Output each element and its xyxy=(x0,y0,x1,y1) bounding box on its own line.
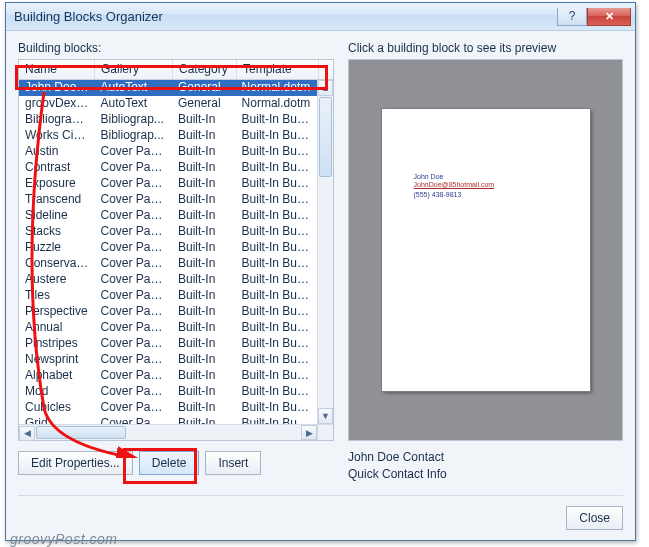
table-row[interactable]: ModCover PagesBuilt-InBuilt-In Buil... xyxy=(19,384,317,400)
cell-gallery: Cover Pages xyxy=(94,160,171,176)
preview-contact-name: John Doe xyxy=(414,173,444,180)
table-row[interactable]: ContrastCover PagesBuilt-InBuilt-In Buil… xyxy=(19,160,317,176)
cell-category: Built-In xyxy=(172,192,236,208)
cell-category: Built-In xyxy=(172,304,236,320)
col-name[interactable]: Name xyxy=(19,60,95,79)
cell-gallery: Cover Pages xyxy=(94,336,171,352)
table-row[interactable]: John Doe C...AutoTextGeneralNormal.dotm xyxy=(19,80,317,96)
cell-category: Built-In xyxy=(172,384,236,400)
scroll-corner xyxy=(317,424,333,440)
table-row[interactable]: AustinCover PagesBuilt-InBuilt-In Buil..… xyxy=(19,144,317,160)
delete-button[interactable]: Delete xyxy=(139,451,200,475)
cell-template: Built-In Buil... xyxy=(236,304,317,320)
cell-name: Stacks xyxy=(19,224,94,240)
scroll-left-icon[interactable]: ◀ xyxy=(19,426,35,441)
edit-properties-button[interactable]: Edit Properties... xyxy=(18,451,133,475)
cell-template: Built-In Buil... xyxy=(236,272,317,288)
scroll-up-icon[interactable]: ▲ xyxy=(318,80,333,96)
cell-template: Built-In Buil... xyxy=(236,144,317,160)
table-row[interactable]: PuzzleCover PagesBuilt-InBuilt-In Buil..… xyxy=(19,240,317,256)
table-row[interactable]: PinstripesCover PagesBuilt-InBuilt-In Bu… xyxy=(19,336,317,352)
cell-name: Austere xyxy=(19,272,94,288)
table-row[interactable]: groovDexterAutoTextGeneralNormal.dotm xyxy=(19,96,317,112)
preview-meta: John Doe Contact Quick Contact Info xyxy=(348,449,623,483)
titlebar[interactable]: Building Blocks Organizer xyxy=(6,3,635,31)
cell-name: Cubicles xyxy=(19,400,94,416)
cell-name: Mod xyxy=(19,384,94,400)
col-category[interactable]: Category xyxy=(173,60,237,79)
action-button-row: Edit Properties... Delete Insert xyxy=(18,451,334,475)
cell-template: Built-In Buil... xyxy=(236,352,317,368)
cell-gallery: Cover Pages xyxy=(94,320,171,336)
preview-meta-title: John Doe Contact xyxy=(348,449,623,466)
cell-category: Built-In xyxy=(172,368,236,384)
cell-gallery: Cover Pages xyxy=(94,368,171,384)
table-row[interactable]: AustereCover PagesBuilt-InBuilt-In Buil.… xyxy=(19,272,317,288)
cell-template: Built-In Buil... xyxy=(236,208,317,224)
dialog-window: Building Blocks Organizer Building block… xyxy=(5,2,636,541)
cell-gallery: Bibliograp... xyxy=(94,112,171,128)
cell-name: Tiles xyxy=(19,288,94,304)
cell-gallery: Cover Pages xyxy=(94,224,171,240)
table-row[interactable]: PerspectiveCover PagesBuilt-InBuilt-In B… xyxy=(19,304,317,320)
cell-template: Built-In Buil... xyxy=(236,416,317,424)
vertical-scrollbar[interactable]: ▲ ▼ xyxy=(317,80,333,424)
preview-meta-desc: Quick Contact Info xyxy=(348,466,623,483)
cell-template: Built-In Buil... xyxy=(236,384,317,400)
insert-button[interactable]: Insert xyxy=(205,451,261,475)
col-gallery[interactable]: Gallery xyxy=(95,60,173,79)
hscroll-thumb[interactable] xyxy=(36,426,126,439)
table-body[interactable]: John Doe C...AutoTextGeneralNormal.dotmg… xyxy=(19,80,317,424)
vscroll-thumb[interactable] xyxy=(319,97,332,177)
table-header[interactable]: Name Gallery Category Template xyxy=(19,60,333,80)
cell-name: Works Cited xyxy=(19,128,94,144)
table-row[interactable]: TranscendCover PagesBuilt-InBuilt-In Bui… xyxy=(19,192,317,208)
cell-category: Built-In xyxy=(172,128,236,144)
cell-category: Built-In xyxy=(172,224,236,240)
close-window-button[interactable] xyxy=(587,8,631,26)
cell-name: groovDexter xyxy=(19,96,94,112)
horizontal-scrollbar[interactable]: ◀ ▶ xyxy=(19,424,317,440)
table-row[interactable]: SidelineCover PagesBuilt-InBuilt-In Buil… xyxy=(19,208,317,224)
table-row[interactable]: NewsprintCover PagesBuilt-InBuilt-In Bui… xyxy=(19,352,317,368)
cell-gallery: Cover Pages xyxy=(94,384,171,400)
cell-category: Built-In xyxy=(172,160,236,176)
scroll-right-icon[interactable]: ▶ xyxy=(301,425,317,440)
cell-gallery: Cover Pages xyxy=(94,416,171,424)
cell-gallery: Bibliograp... xyxy=(94,128,171,144)
cell-category: Built-In xyxy=(172,272,236,288)
preview-page: John Doe JohnDoe@85hotmail.com (555) 438… xyxy=(382,109,590,391)
table-row[interactable]: TilesCover PagesBuilt-InBuilt-In Buil... xyxy=(19,288,317,304)
table-row[interactable]: Works CitedBibliograp...Built-InBuilt-In… xyxy=(19,128,317,144)
cell-name: John Doe C... xyxy=(19,80,94,96)
cell-category: Built-In xyxy=(172,400,236,416)
cell-name: Annual xyxy=(19,320,94,336)
close-button[interactable]: Close xyxy=(566,506,623,530)
cell-category: General xyxy=(172,80,236,96)
table-row[interactable]: AnnualCover PagesBuilt-InBuilt-In Buil..… xyxy=(19,320,317,336)
cell-name: Austin xyxy=(19,144,94,160)
cell-category: Built-In xyxy=(172,176,236,192)
table-row[interactable]: CubiclesCover PagesBuilt-InBuilt-In Buil… xyxy=(19,400,317,416)
cell-category: Built-In xyxy=(172,144,236,160)
cell-category: Built-In xyxy=(172,208,236,224)
cell-template: Built-In Buil... xyxy=(236,112,317,128)
scroll-down-icon[interactable]: ▼ xyxy=(318,408,333,424)
cell-category: Built-In xyxy=(172,288,236,304)
cell-category: Built-In xyxy=(172,320,236,336)
cell-template: Built-In Buil... xyxy=(236,160,317,176)
cell-gallery: Cover Pages xyxy=(94,144,171,160)
cell-name: Transcend xyxy=(19,192,94,208)
table-row[interactable]: StacksCover PagesBuilt-InBuilt-In Buil..… xyxy=(19,224,317,240)
table-row[interactable]: GridCover PagesBuilt-InBuilt-In Buil... xyxy=(19,416,317,424)
cell-category: Built-In xyxy=(172,352,236,368)
help-button[interactable] xyxy=(557,8,587,26)
window-title: Building Blocks Organizer xyxy=(14,9,557,24)
table-row[interactable]: ExposureCover PagesBuilt-InBuilt-In Buil… xyxy=(19,176,317,192)
table-row[interactable]: AlphabetCover PagesBuilt-InBuilt-In Buil… xyxy=(19,368,317,384)
table-row[interactable]: ConservativeCover PagesBuilt-InBuilt-In … xyxy=(19,256,317,272)
col-template[interactable]: Template xyxy=(237,60,319,79)
table-row[interactable]: BibliographyBibliograp...Built-InBuilt-I… xyxy=(19,112,317,128)
window-buttons xyxy=(557,8,631,26)
cell-category: General xyxy=(172,96,236,112)
